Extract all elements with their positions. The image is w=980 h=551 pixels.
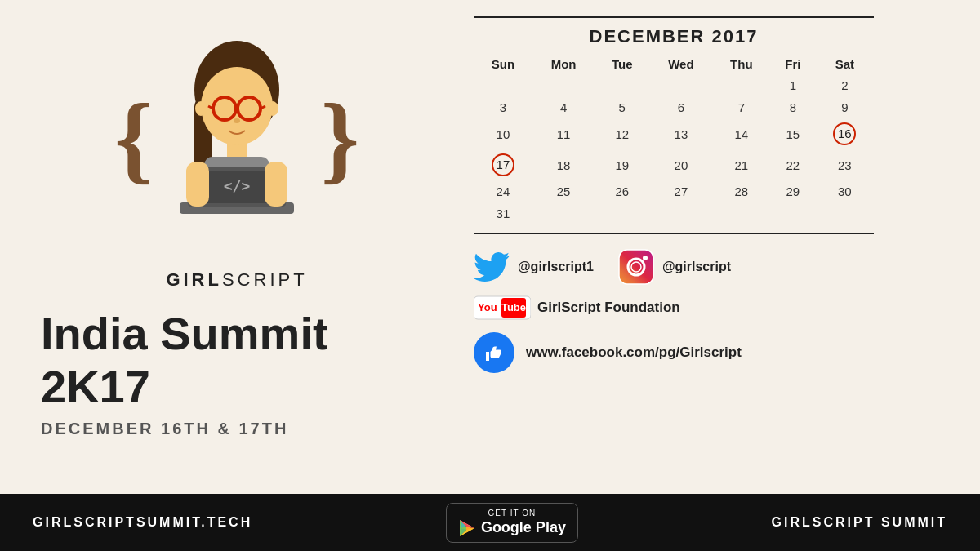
calendar-cell: 12 (595, 118, 649, 149)
calendar-cell: 26 (595, 180, 649, 202)
calendar-cell (816, 202, 874, 224)
calendar-cell: 20 (649, 149, 712, 180)
right-brace-icon: } (321, 90, 359, 188)
youtube-channel: GirlScript Foundation (537, 300, 680, 316)
calendar-cell (532, 74, 595, 96)
calendar-cell: 21 (713, 149, 770, 180)
twitter-handle: @girlscript1 (518, 260, 594, 274)
svg-text:You: You (478, 301, 497, 313)
instagram-icon (618, 249, 654, 285)
svg-rect-19 (619, 250, 653, 284)
calendar-cell: 18 (532, 149, 595, 180)
calendar-cell: 29 (770, 180, 816, 202)
calendar-cell: 19 (595, 149, 649, 180)
calendar-day-sun: Sun (474, 54, 532, 74)
calendar-month: DECEMBER 2017 (474, 26, 874, 47)
calendar-cell: 30 (816, 180, 874, 202)
google-play-text: Google Play (481, 519, 566, 536)
character-container: { (106, 16, 368, 261)
google-play-badge[interactable]: GET IT ON Google Play (446, 503, 578, 543)
calendar-cell: 4 (532, 96, 595, 118)
calendar-day-tue: Tue (595, 54, 649, 74)
calendar-cell: 3 (474, 96, 532, 118)
left-panel: { (33, 16, 441, 486)
calendar-cell (595, 74, 649, 96)
calendar-cell: 6 (649, 96, 712, 118)
summit-dates: DECEMBER 16TH & 17TH (33, 420, 441, 438)
twitter-icon (474, 252, 510, 282)
calendar-cell (474, 74, 532, 96)
calendar-cell: 17 (474, 149, 532, 180)
twitter-item: @girlscript1 (474, 252, 594, 282)
calendar-day-mon: Mon (532, 54, 595, 74)
right-panel: DECEMBER 2017 Sun Mon Tue Wed Thu Fri Sa… (441, 16, 947, 486)
facebook-icon (474, 332, 514, 373)
social-row-facebook: www.facebook.com/pg/Girlscript (474, 332, 874, 373)
calendar-cell (713, 74, 770, 96)
calendar-cell: 15 (770, 118, 816, 149)
instagram-handle: @girlscript (662, 260, 731, 274)
calendar-cell: 22 (770, 149, 816, 180)
calendar-cell (770, 202, 816, 224)
calendar-day-sat: Sat (816, 54, 874, 74)
youtube-icon: You Tube (474, 295, 531, 321)
social-row-youtube: You Tube GirlScript Foundation (474, 295, 874, 321)
calendar-cell: 1 (770, 74, 816, 96)
calendar-cell (532, 202, 595, 224)
logo-regular: SCRIPT (222, 269, 308, 290)
summit-title: India Summit 2K17 (33, 307, 441, 413)
svg-point-12 (267, 101, 278, 116)
svg-point-11 (195, 101, 207, 116)
google-play-top-text: GET IT ON (488, 509, 537, 518)
facebook-url: www.facebook.com/pg/Girlscript (526, 344, 742, 361)
calendar-cell: 16 (816, 118, 874, 149)
calendar-cell (649, 74, 712, 96)
calendar-cell: 10 (474, 118, 532, 149)
calendar-day-wed: Wed (649, 54, 712, 74)
calendar-cell: 9 (816, 96, 874, 118)
svg-text:</>: </> (224, 177, 251, 194)
instagram-item: @girlscript (618, 249, 731, 285)
calendar-cell: 2 (816, 74, 874, 96)
calendar-cell: 25 (532, 180, 595, 202)
girlscript-logo: GIRLSCRIPT (166, 269, 307, 291)
google-play-icon (458, 519, 476, 537)
calendar-cell (713, 202, 770, 224)
left-brace-icon: { (114, 90, 153, 188)
calendar-cell (649, 202, 712, 224)
footer-right-text: GIRLSCRIPT SUMMIT (772, 515, 947, 530)
svg-point-22 (643, 256, 648, 260)
calendar-cell: 8 (770, 96, 816, 118)
logo-bold: GIRL (166, 269, 222, 290)
calendar-cell: 11 (532, 118, 595, 149)
calendar-cell: 31 (474, 202, 532, 224)
svg-point-10 (234, 118, 240, 123)
svg-rect-17 (186, 162, 209, 207)
social-row-twitter-instagram: @girlscript1 (474, 249, 874, 285)
calendar-cell: 27 (649, 180, 712, 202)
svg-text:Tube: Tube (501, 301, 526, 313)
calendar-table: Sun Mon Tue Wed Thu Fri Sat 123456789101… (474, 54, 874, 224)
calendar-cell: 7 (713, 96, 770, 118)
calendar-cell: 5 (595, 96, 649, 118)
calendar-day-fri: Fri (770, 54, 816, 74)
youtube-item: You Tube GirlScript Foundation (474, 295, 680, 321)
calendar: DECEMBER 2017 Sun Mon Tue Wed Thu Fri Sa… (474, 16, 874, 234)
calendar-cell: 13 (649, 118, 712, 149)
calendar-day-thu: Thu (713, 54, 770, 74)
svg-rect-18 (265, 162, 287, 207)
character-illustration: </> (155, 24, 318, 253)
calendar-cell: 28 (713, 180, 770, 202)
google-play-bottom-row: Google Play (458, 519, 566, 537)
calendar-cell: 24 (474, 180, 532, 202)
footer-left-text: GIRLSCRIPTSUMMIT.TECH (33, 515, 252, 530)
calendar-cell: 14 (713, 118, 770, 149)
footer: GIRLSCRIPTSUMMIT.TECH GET IT ON Go (0, 494, 980, 551)
calendar-cell (595, 202, 649, 224)
facebook-like-icon (482, 340, 506, 365)
calendar-cell: 23 (816, 149, 874, 180)
